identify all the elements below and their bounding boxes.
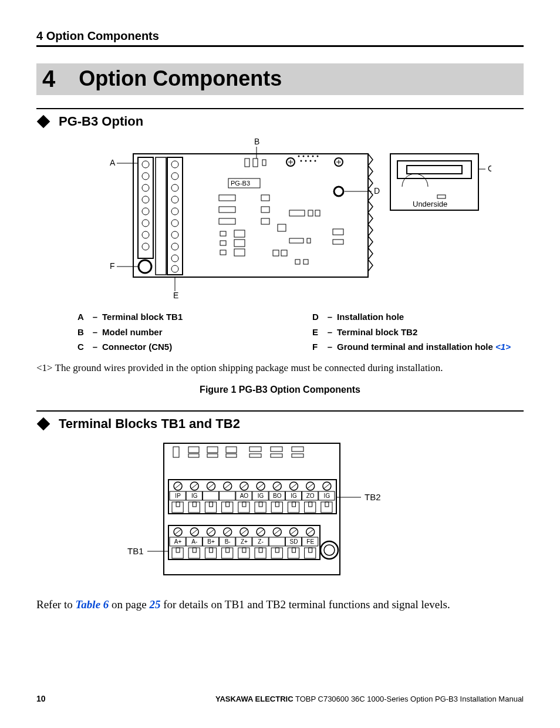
- svg-rect-112: [203, 491, 218, 500]
- svg-rect-47: [303, 259, 308, 264]
- svg-line-199: [291, 530, 297, 534]
- svg-point-59: [303, 156, 305, 157]
- footnote-text: <1> The ground wires provided in the opt…: [36, 362, 524, 374]
- svg-line-194: [274, 530, 280, 534]
- svg-point-62: [317, 156, 319, 157]
- svg-text:B: B: [254, 137, 259, 146]
- svg-point-8: [142, 231, 149, 238]
- svg-rect-109: [193, 502, 196, 507]
- svg-rect-89: [226, 447, 237, 453]
- svg-rect-42: [289, 238, 303, 243]
- page-footer: 10 YASKAWA ELECTRIC TOBP C730600 36C 100…: [36, 694, 524, 703]
- svg-line-205: [308, 530, 313, 534]
- svg-rect-179: [222, 548, 233, 558]
- svg-point-18: [171, 231, 178, 238]
- svg-point-210: [321, 541, 338, 559]
- svg-point-66: [315, 160, 316, 162]
- svg-rect-148: [305, 502, 316, 513]
- svg-rect-83: [164, 443, 340, 575]
- svg-text:IP: IP: [175, 493, 181, 499]
- svg-line-188: [258, 530, 264, 534]
- svg-point-65: [310, 160, 312, 162]
- diamond-icon: [37, 115, 50, 129]
- svg-line-105: [191, 484, 197, 488]
- svg-rect-33: [220, 241, 226, 245]
- svg-text:BO: BO: [273, 493, 282, 499]
- svg-rect-185: [238, 548, 249, 558]
- svg-text:IG: IG: [291, 493, 297, 499]
- svg-point-15: [171, 196, 178, 203]
- svg-rect-92: [249, 454, 261, 457]
- svg-line-133: [274, 484, 280, 488]
- svg-rect-117: [220, 491, 235, 500]
- svg-line-139: [291, 484, 297, 488]
- svg-rect-195: [269, 537, 285, 546]
- svg-rect-85: [188, 447, 199, 453]
- legend-item: F–Ground terminal and installation hole …: [312, 341, 524, 353]
- page-number: 10: [36, 694, 46, 703]
- svg-rect-29: [261, 195, 269, 201]
- diamond-icon: [37, 417, 50, 430]
- svg-rect-118: [222, 502, 233, 513]
- svg-point-57: [139, 260, 151, 273]
- svg-rect-124: [238, 502, 249, 513]
- svg-rect-69: [407, 166, 462, 174]
- svg-rect-90: [226, 454, 237, 457]
- svg-line-111: [208, 484, 214, 488]
- body-paragraph: Refer to Table 6 on page 25 for details …: [36, 597, 524, 612]
- svg-rect-28: [219, 218, 235, 224]
- running-header: 4 Option Components: [36, 29, 524, 47]
- legend-item: D–Installation hole: [312, 311, 524, 323]
- svg-point-5: [142, 196, 149, 203]
- page-ref-link[interactable]: 25: [149, 598, 160, 611]
- svg-rect-43: [307, 238, 311, 243]
- svg-rect-161: [172, 548, 183, 558]
- svg-rect-143: [292, 502, 296, 507]
- svg-line-116: [225, 484, 231, 488]
- svg-rect-108: [188, 502, 200, 513]
- section-heading: PG-B3 Option: [36, 114, 524, 129]
- svg-rect-45: [281, 250, 287, 256]
- svg-rect-173: [205, 548, 216, 558]
- svg-rect-192: [259, 548, 262, 552]
- svg-rect-46: [295, 259, 300, 264]
- svg-rect-196: [271, 548, 282, 558]
- svg-rect-114: [210, 502, 213, 507]
- svg-rect-180: [226, 548, 230, 552]
- svg-rect-102: [172, 502, 183, 513]
- svg-rect-174: [210, 548, 213, 552]
- svg-text:A+: A+: [174, 538, 182, 545]
- svg-rect-203: [292, 548, 296, 552]
- svg-point-211: [324, 545, 335, 555]
- svg-text:FE: FE: [306, 538, 314, 545]
- table-ref-link[interactable]: Table 6: [75, 598, 109, 611]
- svg-text:Z-: Z-: [258, 538, 263, 545]
- svg-rect-38: [289, 210, 305, 216]
- svg-text:D: D: [374, 186, 380, 196]
- svg-line-145: [308, 484, 313, 488]
- svg-text:AO: AO: [240, 493, 249, 499]
- svg-rect-91: [249, 447, 261, 451]
- svg-text:C: C: [488, 164, 491, 173]
- footnote-ref-link[interactable]: <1>: [495, 342, 511, 352]
- svg-rect-94: [271, 454, 282, 457]
- svg-rect-136: [271, 502, 282, 513]
- svg-rect-93: [271, 447, 282, 451]
- svg-line-99: [175, 484, 181, 488]
- svg-line-182: [241, 530, 247, 534]
- svg-line-127: [258, 484, 264, 488]
- svg-rect-186: [242, 548, 246, 552]
- svg-rect-35: [234, 230, 245, 237]
- svg-text:B+: B+: [207, 538, 215, 545]
- svg-line-158: [175, 530, 181, 534]
- figure-1-caption: Figure 1 PG-B3 Option Components: [36, 385, 524, 395]
- figure-1: PG-B3: [36, 136, 524, 303]
- footer-doc: TOBP C730600 36C 1000-Series Option PG-B…: [294, 695, 524, 703]
- legend-item: E–Terminal block TB2: [312, 326, 524, 338]
- svg-rect-87: [207, 447, 218, 453]
- board-model-label: PG-B3: [231, 180, 250, 187]
- svg-point-2: [142, 161, 149, 168]
- svg-rect-197: [275, 548, 279, 552]
- svg-point-13: [171, 173, 178, 180]
- svg-rect-32: [220, 231, 226, 236]
